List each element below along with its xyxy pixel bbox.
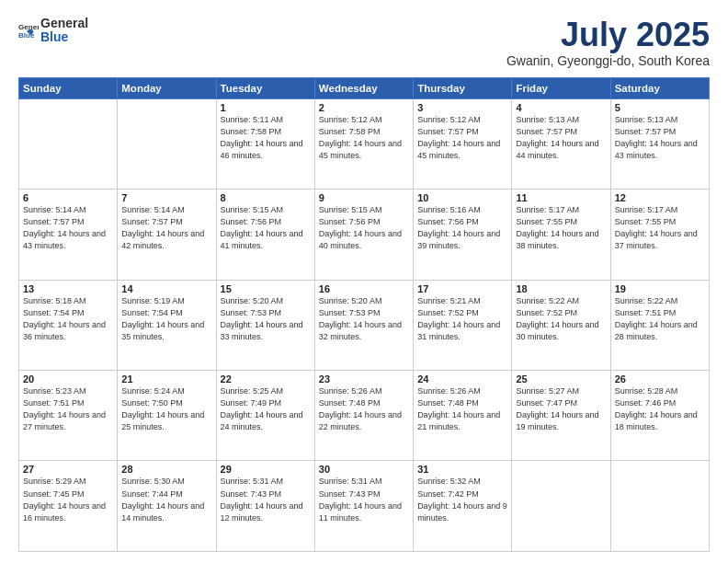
day-info: Sunrise: 5:16 AM Sunset: 7:56 PM Dayligh… bbox=[417, 204, 507, 252]
day-info: Sunrise: 5:13 AM Sunset: 7:57 PM Dayligh… bbox=[615, 114, 705, 162]
daylight-text: Daylight: 14 hours and 22 minutes. bbox=[319, 410, 402, 431]
day-number: 24 bbox=[417, 373, 507, 385]
day-number: 27 bbox=[23, 464, 113, 475]
sunset-text: Sunset: 7:52 PM bbox=[516, 308, 577, 317]
day-info: Sunrise: 5:23 AM Sunset: 7:51 PM Dayligh… bbox=[23, 385, 113, 433]
sunset-text: Sunset: 7:57 PM bbox=[121, 217, 183, 226]
location-subtitle: Gwanin, Gyeonggi-do, South Korea bbox=[506, 53, 710, 68]
sunset-text: Sunset: 7:56 PM bbox=[417, 217, 479, 226]
calendar-week-row: 6 Sunrise: 5:14 AM Sunset: 7:57 PM Dayli… bbox=[19, 190, 710, 280]
col-friday: Friday bbox=[512, 77, 610, 98]
sunset-text: Sunset: 7:45 PM bbox=[23, 489, 85, 499]
table-row: 18 Sunrise: 5:22 AM Sunset: 7:52 PM Dayl… bbox=[512, 280, 610, 370]
day-info: Sunrise: 5:22 AM Sunset: 7:52 PM Dayligh… bbox=[516, 295, 606, 343]
table-row bbox=[512, 461, 610, 552]
table-row: 25 Sunrise: 5:27 AM Sunset: 7:47 PM Dayl… bbox=[512, 371, 610, 461]
sunrise-text: Sunrise: 5:30 AM bbox=[121, 477, 185, 486]
title-block: July 2025 Gwanin, Gyeonggi-do, South Kor… bbox=[506, 17, 710, 68]
calendar-week-row: 27 Sunrise: 5:29 AM Sunset: 7:45 PM Dayl… bbox=[19, 461, 710, 552]
calendar-table: Sunday Monday Tuesday Wednesday Thursday… bbox=[18, 77, 710, 552]
sunrise-text: Sunrise: 5:28 AM bbox=[615, 386, 678, 396]
day-info: Sunrise: 5:15 AM Sunset: 7:56 PM Dayligh… bbox=[221, 204, 311, 252]
sunset-text: Sunset: 7:49 PM bbox=[221, 398, 282, 408]
daylight-text: Daylight: 14 hours and 30 minutes. bbox=[516, 320, 598, 341]
table-row: 13 Sunrise: 5:18 AM Sunset: 7:54 PM Dayl… bbox=[19, 280, 118, 370]
day-info: Sunrise: 5:24 AM Sunset: 7:50 PM Dayligh… bbox=[121, 385, 211, 433]
day-info: Sunrise: 5:18 AM Sunset: 7:54 PM Dayligh… bbox=[23, 295, 113, 343]
day-number: 1 bbox=[221, 102, 311, 113]
table-row: 12 Sunrise: 5:17 AM Sunset: 7:55 PM Dayl… bbox=[610, 190, 709, 280]
table-row: 21 Sunrise: 5:24 AM Sunset: 7:50 PM Dayl… bbox=[118, 371, 216, 461]
day-number: 12 bbox=[615, 192, 705, 203]
daylight-text: Daylight: 14 hours and 11 minutes. bbox=[319, 501, 402, 523]
page: General Blue General Blue July 2025 Gwan… bbox=[0, 0, 728, 563]
daylight-text: Daylight: 14 hours and 9 minutes. bbox=[417, 501, 507, 523]
table-row: 30 Sunrise: 5:31 AM Sunset: 7:43 PM Dayl… bbox=[314, 461, 413, 552]
table-row: 27 Sunrise: 5:29 AM Sunset: 7:45 PM Dayl… bbox=[19, 461, 118, 552]
table-row: 5 Sunrise: 5:13 AM Sunset: 7:57 PM Dayli… bbox=[610, 98, 709, 189]
sunset-text: Sunset: 7:52 PM bbox=[417, 308, 479, 317]
table-row: 22 Sunrise: 5:25 AM Sunset: 7:49 PM Dayl… bbox=[216, 371, 314, 461]
day-number: 4 bbox=[516, 102, 606, 113]
sunset-text: Sunset: 7:57 PM bbox=[516, 127, 577, 136]
sunset-text: Sunset: 7:44 PM bbox=[121, 489, 183, 499]
daylight-text: Daylight: 14 hours and 46 minutes. bbox=[221, 139, 303, 160]
sunrise-text: Sunrise: 5:16 AM bbox=[417, 205, 481, 214]
table-row: 23 Sunrise: 5:26 AM Sunset: 7:48 PM Dayl… bbox=[314, 371, 413, 461]
table-row: 7 Sunrise: 5:14 AM Sunset: 7:57 PM Dayli… bbox=[118, 190, 216, 280]
sunset-text: Sunset: 7:56 PM bbox=[319, 217, 381, 226]
day-info: Sunrise: 5:25 AM Sunset: 7:49 PM Dayligh… bbox=[221, 385, 311, 433]
day-info: Sunrise: 5:31 AM Sunset: 7:43 PM Dayligh… bbox=[319, 476, 409, 523]
day-number: 8 bbox=[221, 192, 311, 203]
sunrise-text: Sunrise: 5:12 AM bbox=[319, 115, 382, 124]
day-number: 3 bbox=[417, 102, 507, 113]
sunset-text: Sunset: 7:50 PM bbox=[121, 398, 183, 408]
daylight-text: Daylight: 14 hours and 40 minutes. bbox=[319, 229, 402, 250]
calendar-week-row: 20 Sunrise: 5:23 AM Sunset: 7:51 PM Dayl… bbox=[19, 371, 710, 461]
daylight-text: Daylight: 14 hours and 32 minutes. bbox=[319, 320, 402, 341]
day-info: Sunrise: 5:27 AM Sunset: 7:47 PM Dayligh… bbox=[516, 385, 606, 433]
sunset-text: Sunset: 7:57 PM bbox=[23, 217, 85, 226]
daylight-text: Daylight: 14 hours and 41 minutes. bbox=[221, 229, 303, 250]
table-row: 9 Sunrise: 5:15 AM Sunset: 7:56 PM Dayli… bbox=[314, 190, 413, 280]
day-number: 19 bbox=[615, 283, 705, 294]
sunset-text: Sunset: 7:55 PM bbox=[516, 217, 577, 226]
sunset-text: Sunset: 7:57 PM bbox=[417, 127, 479, 136]
daylight-text: Daylight: 14 hours and 31 minutes. bbox=[417, 320, 500, 341]
sunset-text: Sunset: 7:47 PM bbox=[516, 398, 577, 408]
logo: General Blue General Blue bbox=[18, 17, 88, 45]
table-row: 16 Sunrise: 5:20 AM Sunset: 7:53 PM Dayl… bbox=[314, 280, 413, 370]
sunrise-text: Sunrise: 5:23 AM bbox=[23, 386, 86, 396]
sunset-text: Sunset: 7:43 PM bbox=[319, 489, 381, 499]
sunrise-text: Sunrise: 5:17 AM bbox=[615, 205, 678, 214]
table-row: 11 Sunrise: 5:17 AM Sunset: 7:55 PM Dayl… bbox=[512, 190, 610, 280]
day-number: 14 bbox=[121, 283, 211, 294]
day-info: Sunrise: 5:11 AM Sunset: 7:58 PM Dayligh… bbox=[221, 114, 311, 162]
day-number: 28 bbox=[121, 464, 211, 475]
col-sunday: Sunday bbox=[19, 77, 118, 98]
sunrise-text: Sunrise: 5:20 AM bbox=[319, 296, 382, 305]
daylight-text: Daylight: 14 hours and 43 minutes. bbox=[615, 139, 698, 160]
day-info: Sunrise: 5:14 AM Sunset: 7:57 PM Dayligh… bbox=[121, 204, 211, 252]
sunrise-text: Sunrise: 5:31 AM bbox=[221, 477, 284, 486]
day-info: Sunrise: 5:14 AM Sunset: 7:57 PM Dayligh… bbox=[23, 204, 113, 252]
sunrise-text: Sunrise: 5:14 AM bbox=[121, 205, 185, 214]
sunrise-text: Sunrise: 5:15 AM bbox=[221, 205, 284, 214]
day-number: 30 bbox=[319, 464, 409, 475]
day-info: Sunrise: 5:29 AM Sunset: 7:45 PM Dayligh… bbox=[23, 476, 113, 523]
sunset-text: Sunset: 7:58 PM bbox=[319, 127, 381, 136]
daylight-text: Daylight: 14 hours and 45 minutes. bbox=[319, 139, 402, 160]
col-monday: Monday bbox=[118, 77, 216, 98]
daylight-text: Daylight: 14 hours and 14 minutes. bbox=[121, 501, 204, 523]
sunset-text: Sunset: 7:46 PM bbox=[615, 398, 677, 408]
day-info: Sunrise: 5:19 AM Sunset: 7:54 PM Dayligh… bbox=[121, 295, 211, 343]
day-info: Sunrise: 5:30 AM Sunset: 7:44 PM Dayligh… bbox=[121, 476, 211, 523]
sunrise-text: Sunrise: 5:25 AM bbox=[221, 386, 284, 396]
day-number: 6 bbox=[23, 192, 113, 203]
daylight-text: Daylight: 14 hours and 16 minutes. bbox=[23, 501, 106, 523]
sunrise-text: Sunrise: 5:26 AM bbox=[417, 386, 481, 396]
sunset-text: Sunset: 7:48 PM bbox=[417, 398, 479, 408]
daylight-text: Daylight: 14 hours and 43 minutes. bbox=[23, 229, 106, 250]
day-info: Sunrise: 5:13 AM Sunset: 7:57 PM Dayligh… bbox=[516, 114, 606, 162]
sunrise-text: Sunrise: 5:26 AM bbox=[319, 386, 382, 396]
